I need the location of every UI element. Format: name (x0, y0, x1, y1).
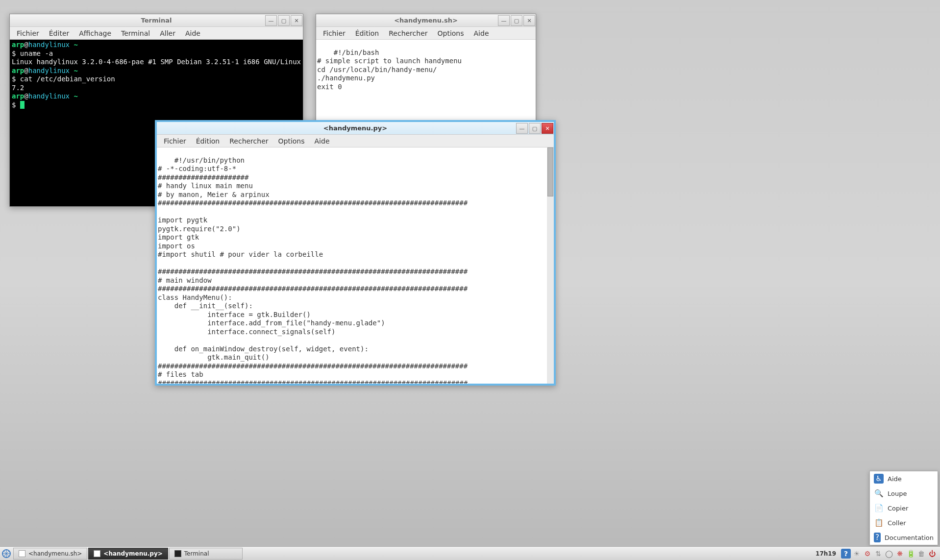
menu-item-fichier[interactable]: Fichier (319, 28, 349, 39)
battery-icon[interactable]: 🔋 (906, 549, 915, 559)
a11y-label: Aide (888, 475, 902, 483)
brightness-icon[interactable]: ☀ (852, 549, 862, 559)
minimize-button[interactable]: — (498, 15, 510, 26)
terminal-title: Terminal (10, 17, 303, 24)
editor-py-text: #!/usr/bin/python # -*-coding:utf-8-* ##… (158, 156, 468, 384)
menu-item-aide[interactable]: Aide (470, 28, 493, 39)
menu-item-éditer[interactable]: Éditer (45, 28, 73, 39)
editor-py-titlebar[interactable]: <handymenu.py> — ▢ ✕ (157, 122, 554, 135)
a11y-item-copier[interactable]: 📄Copier (870, 501, 938, 515)
status-icon[interactable]: ◯ (884, 549, 894, 559)
document-icon (94, 550, 100, 557)
a11y-item-aide[interactable]: ♿Aide (870, 471, 938, 486)
menu-item-affichage[interactable]: Affichage (75, 28, 115, 39)
editor-py-menubar: FichierÉditionRechercherOptionsAide (157, 135, 554, 147)
editor-py-window: <handymenu.py> — ▢ ✕ FichierÉditionReche… (155, 120, 556, 386)
help-icon[interactable]: ? (841, 549, 851, 559)
taskbar-item[interactable]: Terminal (169, 548, 243, 560)
a11y-icon: ? (874, 533, 881, 542)
menu-item-édition[interactable]: Édition (351, 28, 383, 39)
a11y-label: Loupe (888, 490, 907, 497)
menu-item-rechercher[interactable]: Rechercher (225, 136, 272, 146)
close-button[interactable]: ✕ (523, 15, 535, 26)
taskbar-item[interactable]: <handymenu.py> (88, 548, 168, 560)
menu-item-fichier[interactable]: Fichier (13, 28, 43, 39)
a11y-label: Copier (888, 505, 908, 512)
a11y-item-coller[interactable]: 📋Coller (870, 515, 938, 530)
menu-item-options[interactable]: Options (274, 136, 309, 146)
terminal-icon (174, 550, 181, 557)
menu-item-aide[interactable]: Aide (181, 28, 204, 39)
menu-item-terminal[interactable]: Terminal (117, 28, 154, 39)
power-icon[interactable]: ⏻ (927, 549, 937, 559)
maximize-button[interactable]: ▢ (511, 15, 522, 26)
menu-item-rechercher[interactable]: Rechercher (385, 28, 431, 39)
minimize-button[interactable]: — (516, 123, 528, 134)
network-icon[interactable]: ⇅ (873, 549, 883, 559)
close-button[interactable]: ✕ (291, 15, 302, 26)
a11y-item-loupe[interactable]: 🔍Loupe (870, 486, 938, 501)
taskbar-item-label: <handymenu.py> (103, 550, 162, 557)
maximize-button[interactable]: ▢ (529, 123, 541, 134)
editor-py-content[interactable]: #!/usr/bin/python # -*-coding:utf-8-* ##… (157, 147, 554, 384)
close-button[interactable]: ✕ (542, 123, 553, 134)
terminal-titlebar[interactable]: Terminal — ▢ ✕ (10, 14, 303, 27)
start-button[interactable] (0, 547, 13, 560)
taskbar-item-label: <handymenu.sh> (28, 550, 82, 557)
taskbar-item[interactable]: <handymenu.sh> (13, 548, 87, 560)
a11y-icon: 📄 (874, 503, 884, 513)
clock: 17h19 (812, 550, 840, 557)
a11y-icon: 📋 (874, 518, 884, 528)
editor-sh-titlebar[interactable]: <handymenu.sh> — ▢ ✕ (316, 14, 536, 27)
settings-icon[interactable]: ⚙ (863, 549, 872, 559)
a11y-icon: ♿ (874, 474, 884, 484)
menu-item-options[interactable]: Options (434, 28, 468, 39)
taskbar: <handymenu.sh><handymenu.py>Terminal 17h… (0, 546, 940, 560)
maximize-button[interactable]: ▢ (278, 15, 290, 26)
menu-item-aide[interactable]: Aide (311, 136, 334, 146)
scrollbar-thumb[interactable] (547, 147, 553, 196)
accessibility-menu: ♿Aide🔍Loupe📄Copier📋Coller?Documentation (869, 471, 938, 545)
a11y-label: Documentation (885, 534, 934, 541)
menu-item-fichier[interactable]: Fichier (160, 136, 190, 146)
taskbar-item-label: Terminal (184, 550, 209, 557)
editor-sh-text: #!/bin/bash # simple script to launch ha… (317, 49, 462, 91)
scrollbar[interactable] (547, 147, 554, 384)
a11y-icon: 🔍 (874, 488, 884, 498)
document-icon (19, 550, 25, 557)
editor-py-title: <handymenu.py> (157, 124, 554, 132)
minimize-button[interactable]: — (265, 15, 277, 26)
menu-item-aller[interactable]: Aller (156, 28, 179, 39)
a11y-label: Coller (888, 519, 906, 527)
a11y-item-documentation[interactable]: ?Documentation (870, 530, 938, 545)
terminal-menubar: FichierÉditerAffichageTerminalAllerAide (10, 27, 303, 40)
sparkle-icon[interactable]: ❋ (895, 549, 905, 559)
menu-item-édition[interactable]: Édition (192, 136, 223, 146)
trash-icon[interactable]: 🗑 (916, 549, 926, 559)
editor-sh-menubar: FichierÉditionRechercherOptionsAide (316, 27, 536, 40)
